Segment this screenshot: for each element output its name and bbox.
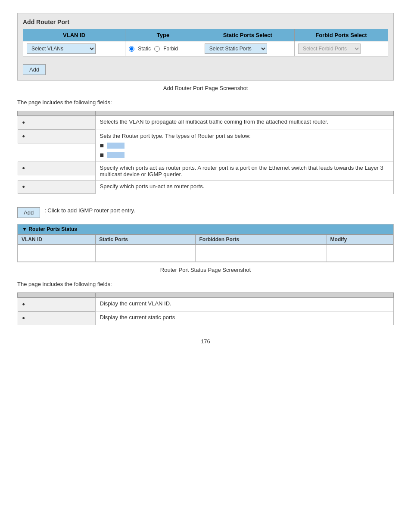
field-name-cell-3: • <box>18 162 95 175</box>
bullet-sub-2: ■ <box>100 151 104 159</box>
col-header-static-ports: Static Ports Select <box>201 29 294 41</box>
field-col-header <box>18 111 96 116</box>
field-desc-3: Specify which ports act as router ports.… <box>95 162 394 180</box>
add-button-router-port[interactable]: Add <box>23 64 46 75</box>
field-row-3: • Specify which ports act as router port… <box>18 162 394 180</box>
field-table-2: • Display the current VLAN ID. • Display… <box>17 292 394 326</box>
status-col-static-ports: Static Ports <box>96 234 196 244</box>
field-table-1: • Selects the VLAN to propagate all mult… <box>17 111 394 194</box>
select-vlans-dropdown[interactable]: Select VLANs <box>27 44 96 54</box>
status-empty-static <box>96 244 196 261</box>
type-color-box-1 <box>107 143 125 149</box>
includes-fields-text-1: The page includes the following fields: <box>17 99 394 106</box>
add-button-description: : Click to add IGMP router port entry. <box>44 207 135 214</box>
field-row-4: • Specify which ports un-act as router p… <box>18 180 394 194</box>
field-desc-2: Sets the Router port type. The types of … <box>95 130 394 162</box>
status-col-vlan-id: VLAN ID <box>18 234 96 244</box>
field2-row-2: • Display the current static ports <box>18 311 394 325</box>
bullet2-2: • <box>22 314 25 322</box>
col-header-vlan-id: VLAN ID <box>23 29 125 41</box>
field-name-cell-2: • <box>18 130 95 143</box>
static-radio[interactable] <box>129 46 134 52</box>
status-empty-forbidden <box>196 244 327 261</box>
field2-row-1: • Display the current VLAN ID. <box>18 297 394 311</box>
collapse-icon: ▼ <box>22 226 28 232</box>
add-router-port-box: Add Router Port VLAN ID Type Static Port… <box>17 13 394 81</box>
bullet-4: • <box>22 183 25 191</box>
bullet-1: • <box>22 119 25 127</box>
router-ports-status-box: ▼ Router Ports Status VLAN ID Static Por… <box>17 224 394 262</box>
add-label-row: Add : Click to add IGMP router port entr… <box>17 203 394 218</box>
status-box-title-text: Router Ports Status <box>28 226 77 232</box>
field2-desc-1: Display the current VLAN ID. <box>95 297 394 311</box>
desc-col-header <box>95 111 394 116</box>
add-router-port-table: VLAN ID Type Static Ports Select Forbid … <box>23 29 388 56</box>
vlan-select-cell: Select VLANs <box>23 41 125 56</box>
select-forbid-ports-dropdown[interactable]: Select Forbid Ports <box>298 44 361 54</box>
field-desc-1: Selects the VLAN to propagate all multic… <box>95 116 394 130</box>
field-desc-4: Specify which ports un-act as router por… <box>95 180 394 194</box>
field-name-cell-4: • <box>18 180 95 194</box>
router-ports-status-table: VLAN ID Static Ports Forbidden Ports Mod… <box>18 234 393 262</box>
type-color-box-2 <box>107 152 125 158</box>
field2-col-header <box>18 292 96 297</box>
field2-name-cell-2: • <box>18 311 95 325</box>
bullet-2: • <box>22 133 25 140</box>
desc2-col-header <box>95 292 394 297</box>
forbid-radio[interactable] <box>154 46 160 52</box>
field-row-2: • Sets the Router port type. The types o… <box>18 130 394 162</box>
bullet-sub-1: ■ <box>100 142 104 149</box>
col-header-forbid-ports: Forbid Ports Select <box>294 29 388 41</box>
bullet2-1: • <box>22 301 25 308</box>
select-static-ports-dropdown[interactable]: Select Static Ports <box>205 44 267 54</box>
field-name-cell-1: • <box>18 116 95 130</box>
page-number: 176 <box>17 338 394 345</box>
add-router-port-title: Add Router Port <box>23 19 388 25</box>
forbid-radio-label: Forbid <box>163 46 178 52</box>
status-empty-vlan <box>18 244 96 261</box>
field2-name-cell-1: • <box>18 298 95 311</box>
forbid-ports-cell: Select Forbid Ports <box>294 41 388 56</box>
add-button-label[interactable]: Add <box>17 207 40 218</box>
field2-desc-2: Display the current static ports <box>95 311 394 325</box>
static-radio-label: Static <box>138 46 151 52</box>
status-empty-row <box>18 244 393 261</box>
router-port-status-caption: Router Port Status Page Screenshot <box>17 267 394 273</box>
col-header-type: Type <box>125 29 201 41</box>
type-radio-group: Static Forbid <box>129 46 197 52</box>
type-cell: Static Forbid <box>125 41 201 56</box>
status-col-forbidden-ports: Forbidden Ports <box>196 234 327 244</box>
bullet-3: • <box>22 165 25 172</box>
router-ports-status-title: ▼ Router Ports Status <box>18 224 393 234</box>
includes-fields-text-2: The page includes the following fields: <box>17 281 394 287</box>
status-col-modify: Modify <box>327 234 393 244</box>
add-router-port-caption: Add Router Port Page Screenshot <box>17 85 394 91</box>
field-row-1: • Selects the VLAN to propagate all mult… <box>18 116 394 130</box>
static-ports-cell: Select Static Ports <box>201 41 294 56</box>
status-empty-modify <box>327 244 393 261</box>
